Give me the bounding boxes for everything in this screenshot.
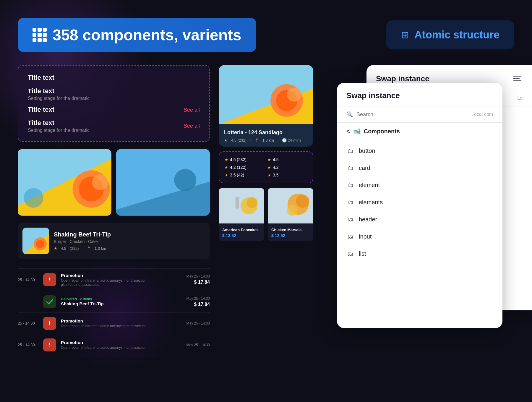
swap-item-input[interactable]: 🗂 input — [337, 228, 502, 245]
small-food-name-2: Chicken Marsala — [271, 228, 310, 232]
rating-val-3: 4.2 (122) — [230, 165, 246, 170]
list-row-3[interactable]: 25 · 14:30 ! Promotion Open repair of in… — [18, 313, 210, 334]
svg-rect-35 — [513, 80, 521, 81]
row-date-4: May 25 · 14:30 — [186, 343, 210, 347]
list-item-title-1: Title text — [28, 74, 200, 82]
row-title-1: Promotion — [61, 273, 182, 278]
swap-item-label-card: card — [359, 165, 370, 171]
star-icon-r1: ★ — [225, 158, 228, 162]
featured-rating: 4.5 (232) — [231, 138, 246, 142]
search-icon-front: 🔍 — [346, 111, 353, 118]
swap-header-front: Swap instance — [337, 83, 502, 106]
delivered-badge: Delivered · 2 items — [61, 297, 182, 301]
star-icon-dish: ★ — [54, 246, 57, 251]
see-all-link-3[interactable]: See all — [184, 107, 200, 113]
badge-secondary-label: Atomic structure — [414, 29, 499, 41]
list-item-title-3: Title text — [28, 106, 180, 114]
svg-point-4 — [92, 174, 108, 190]
swap-item-elements[interactable]: 🗂 elements — [337, 194, 502, 211]
featured-food-card[interactable]: Lotteria - 124 Sandiago ★ 4.5 (232) · 📍 … — [219, 65, 313, 147]
list-item: Title text See all — [28, 106, 200, 114]
svg-rect-27 — [235, 197, 239, 209]
list-item: Title text — [28, 74, 200, 82]
svg-point-5 — [24, 188, 43, 208]
swap-item-label-input: input — [359, 233, 372, 240]
food-card-parallel[interactable]: Parallel 37 - Mankato ★ 3.5 (42) · 📍 1.3… — [116, 149, 210, 216]
svg-point-9 — [174, 169, 196, 191]
folder-icon-element: 🗂 — [346, 181, 354, 189]
swap-item-label-element: element — [359, 182, 380, 189]
featured-star-icon: ★ — [224, 138, 228, 142]
swap-item-card[interactable]: 🗂 card — [337, 159, 502, 176]
swap-menu-icon[interactable] — [512, 73, 523, 84]
featured-title: Lotteria - 124 Sandiago — [224, 129, 308, 136]
star-icon-r6: ★ — [267, 173, 271, 177]
featured-location-icon: 📍 — [255, 138, 259, 142]
featured-time: 🕐 24 mins — [282, 138, 301, 142]
row-price-2: $ 17.84 — [186, 302, 210, 307]
row-title-3: Promotion — [61, 318, 182, 323]
row-icon-4: ! — [43, 338, 56, 351]
search-label-front: Local com — [471, 112, 493, 117]
atomic-icon: ⊞ — [401, 29, 409, 40]
list-row-2[interactable]: Delivered · 2 items Shaking Beef Tri-Tip… — [18, 291, 210, 313]
svg-point-20 — [287, 87, 301, 102]
row-date-pre-3: 25 · 14:30 — [18, 321, 38, 325]
dish-sub: Burger · Chicken · Cake — [54, 239, 111, 244]
swap-search-bar-front: 🔍 Local com — [337, 106, 502, 123]
swap-item-button[interactable]: 🗂 button — [337, 142, 502, 159]
middle-column: Lotteria - 124 Sandiago ★ 4.5 (232) · 📍 … — [219, 65, 313, 402]
row-icon-3: ! — [43, 317, 56, 330]
dish-review-count: (232) — [70, 246, 79, 251]
swap-title-front: Swap instance — [346, 91, 400, 100]
atomic-structure-badge[interactable]: ⊞ Atomic structure — [386, 20, 514, 49]
folder-icon-input: 🗂 — [346, 233, 354, 240]
row-desc-4: Open repair of infrarenal aortic aneurys… — [61, 346, 150, 350]
list-item: Title text Setting stage for the dramati… — [28, 87, 200, 101]
swap-item-list[interactable]: 🗂 list — [337, 245, 502, 262]
list-card: Title text Title text Setting stage for … — [18, 65, 210, 142]
small-food-price-2: $ 12.52 — [271, 233, 310, 238]
search-input-front[interactable] — [356, 111, 468, 118]
svg-point-32 — [287, 205, 298, 216]
components-emoji: 🐋 — [353, 127, 361, 135]
row-date-3: May 25 · 14:30 — [186, 321, 210, 325]
swap-item-label-header: header — [359, 216, 377, 223]
rating-val-1: 4.5 (232) — [230, 157, 246, 162]
rating-item-4: ★ 4.2 — [267, 165, 307, 170]
swap-list-front: 🗂 button 🗂 card 🗂 element 🗂 elements 🗂 h… — [337, 140, 502, 265]
dish-image — [22, 228, 49, 254]
rating-item-1: ★ 4.5 (232) — [225, 157, 265, 162]
row-date-pre: 25 · 14:30 — [18, 278, 38, 282]
see-all-link-4[interactable]: See all — [184, 123, 200, 129]
list-row-4[interactable]: 25 · 14:30 ! Promotion Open repair of in… — [18, 334, 210, 356]
small-food-card-pancakes[interactable]: American Pancakes $ 12.52 — [219, 188, 264, 241]
left-column: Title text Title text Setting stage for … — [18, 65, 210, 402]
list-item-subtitle-4: Setting stage for the dramatic — [28, 128, 180, 133]
swap-back-btn-front[interactable]: < 🐋 Components — [337, 123, 502, 140]
folder-icon-list: 🗂 — [346, 250, 354, 257]
rating-val-2: 4.5 — [273, 157, 278, 162]
swap-item-element[interactable]: 🗂 element — [337, 176, 502, 194]
list-item-title-2: Title text — [28, 87, 200, 95]
rating-val-4: 4.2 — [273, 165, 278, 170]
rating-item-5: ★ 3.5 (42) — [225, 173, 265, 177]
swap-item-header[interactable]: 🗂 header — [337, 211, 502, 228]
swap-nav-label-front: Components — [364, 128, 400, 135]
small-food-pair: American Pancakes $ 12.52 Chicken Marsal… — [219, 188, 313, 241]
rating-item-3: ★ 4.2 (122) — [225, 165, 265, 170]
food-card-lotteria[interactable]: Lotteria - Sandiago ★ 4.5 (232) · 📍 1.3 … — [18, 149, 111, 216]
row-title-4: Promotion — [61, 340, 182, 345]
svg-point-26 — [246, 197, 257, 208]
row-date-1: May 25 · 14:30 — [186, 274, 210, 278]
dish-card[interactable]: Shaking Beef Tri-Tip Burger · Chicken · … — [18, 223, 210, 259]
list-row-1[interactable]: 25 · 14:30 ! Promotion Open repair of in… — [18, 269, 210, 291]
rating-grid-card: ★ 4.5 (232) ★ 4.5 ★ 4.2 (122) ★ 4.2 ★ — [219, 151, 313, 183]
small-food-card-marsala[interactable]: Chicken Marsala $ 12.52 — [268, 188, 313, 241]
back-arrow-icon-front: < — [346, 128, 350, 135]
star-icon-r3: ★ — [225, 165, 228, 170]
list-item: Title text Setting stage for the dramati… — [28, 119, 200, 133]
swap-item-label-list: list — [359, 250, 366, 257]
rating-val-6: 3.5 — [273, 173, 278, 177]
svg-point-14 — [36, 240, 44, 248]
